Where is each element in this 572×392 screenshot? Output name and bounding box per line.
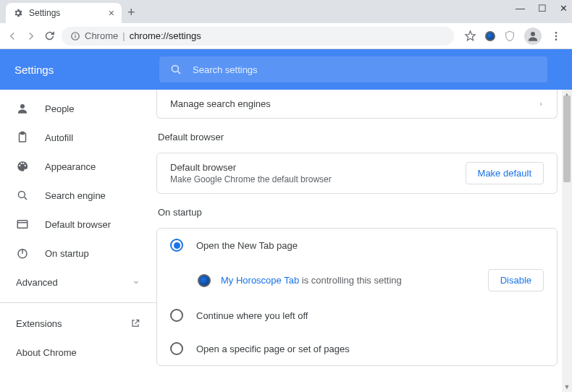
- shield-icon[interactable]: [504, 30, 516, 42]
- sidebar-item-label: Default browser: [45, 219, 111, 230]
- radio-continue[interactable]: Continue where you left off: [157, 299, 557, 332]
- sidebar-item-label: On startup: [45, 248, 89, 259]
- browser-titlebar: Settings × + — ☐ ✕: [0, 0, 572, 23]
- forward-button[interactable]: [25, 30, 38, 43]
- palette-icon: [16, 160, 29, 173]
- svg-point-7: [172, 65, 178, 72]
- svg-point-4: [555, 32, 558, 34]
- sidebar: People Autofill Appearance Search engine…: [0, 90, 156, 392]
- settings-content: Manage search engines Default browser De…: [156, 90, 572, 392]
- extension-badge-icon: [198, 274, 211, 287]
- page-title: Settings: [14, 64, 145, 76]
- sidebar-item-on-startup[interactable]: On startup: [0, 239, 151, 268]
- sidebar-divider: [0, 302, 156, 303]
- svg-point-3: [531, 32, 535, 36]
- sidebar-item-people[interactable]: People: [0, 94, 151, 123]
- sidebar-item-label: Search engine: [45, 190, 106, 201]
- back-button[interactable]: [6, 30, 19, 43]
- sidebar-item-about[interactable]: About Chrome: [0, 338, 156, 367]
- minimize-button[interactable]: —: [516, 3, 525, 14]
- close-window-button[interactable]: ✕: [560, 3, 568, 14]
- person-icon: [16, 102, 29, 115]
- sidebar-item-label: Extensions: [16, 318, 62, 329]
- sidebar-advanced-toggle[interactable]: Advanced: [0, 268, 156, 297]
- url-scheme: Chrome: [85, 30, 118, 41]
- radio-label: Open a specific page or set of pages: [196, 344, 350, 354]
- sidebar-item-label: About Chrome: [16, 347, 77, 358]
- startup-card: Open the New Tab page My Horoscope Tab i…: [156, 228, 558, 366]
- chevron-right-icon: [538, 100, 544, 108]
- close-tab-icon[interactable]: ×: [109, 7, 114, 19]
- svg-rect-1: [75, 35, 75, 38]
- star-icon[interactable]: [464, 30, 476, 42]
- radio-specific-page[interactable]: Open a specific page or set of pages: [157, 332, 557, 365]
- manage-search-card[interactable]: Manage search engines: [156, 90, 558, 119]
- svg-point-5: [555, 35, 558, 37]
- sidebar-item-appearance[interactable]: Appearance: [0, 152, 151, 181]
- svg-point-8: [20, 104, 25, 108]
- radio-unselected-icon: [170, 309, 183, 322]
- svg-rect-12: [17, 221, 28, 229]
- make-default-button[interactable]: Make default: [466, 162, 544, 184]
- main-area: People Autofill Appearance Search engine…: [0, 90, 572, 392]
- profile-avatar[interactable]: [524, 27, 542, 45]
- default-browser-section-title: Default browser: [158, 132, 558, 142]
- tab-title: Settings: [29, 8, 60, 18]
- search-icon: [169, 63, 182, 76]
- radio-unselected-icon: [170, 342, 183, 355]
- reload-button[interactable]: [43, 30, 56, 42]
- maximize-button[interactable]: ☐: [538, 3, 547, 14]
- url-separator: |: [122, 30, 125, 41]
- radio-label: Continue where you left off: [196, 310, 308, 321]
- address-bar: Chrome | chrome://settings: [0, 23, 572, 49]
- sidebar-item-autofill[interactable]: Autofill: [0, 123, 151, 152]
- search-settings-input[interactable]: Search settings: [159, 56, 547, 82]
- clipboard-icon: [16, 131, 29, 144]
- url-input[interactable]: Chrome | chrome://settings: [62, 27, 454, 46]
- sidebar-advanced-label: Advanced: [16, 277, 58, 288]
- browser-icon: [16, 218, 29, 231]
- power-icon: [16, 247, 29, 260]
- browser-tab-settings[interactable]: Settings ×: [6, 3, 122, 23]
- window-controls: — ☐ ✕: [516, 3, 568, 14]
- extension-badge-icon[interactable]: [485, 31, 495, 41]
- extension-controlling-notice: My Horoscope Tab is controlling this set…: [157, 262, 557, 299]
- chevron-down-icon: [132, 278, 140, 286]
- scrollbar-thumb[interactable]: [563, 95, 571, 182]
- radio-selected-icon: [170, 239, 183, 252]
- default-browser-sub: Make Google Chrome the default browser: [170, 174, 332, 184]
- radio-label: Open the New Tab page: [196, 240, 298, 251]
- url-path: chrome://settings: [130, 30, 201, 41]
- svg-rect-10: [21, 132, 25, 135]
- radio-new-tab[interactable]: Open the New Tab page: [157, 229, 557, 262]
- extension-notice-text: My Horoscope Tab is controlling this set…: [221, 275, 402, 286]
- scroll-down-icon[interactable]: ▼: [562, 382, 572, 392]
- settings-header: Settings Search settings: [0, 49, 572, 90]
- gear-icon: [13, 8, 23, 18]
- sidebar-item-label: Appearance: [45, 161, 96, 172]
- sidebar-item-search-engine[interactable]: Search engine: [0, 181, 151, 210]
- disable-button[interactable]: Disable: [488, 269, 544, 291]
- default-browser-card: Default browser Make Google Chrome the d…: [156, 153, 558, 194]
- sidebar-item-default-browser[interactable]: Default browser: [0, 210, 151, 239]
- search-icon: [16, 189, 29, 202]
- default-browser-title: Default browser: [170, 162, 332, 173]
- extension-name-link[interactable]: My Horoscope Tab: [221, 275, 299, 286]
- search-placeholder: Search settings: [193, 64, 258, 75]
- svg-point-6: [555, 38, 558, 41]
- scrollbar[interactable]: ▲ ▼: [562, 90, 572, 392]
- advanced-footer-toggle[interactable]: Advanced: [156, 379, 558, 392]
- sidebar-item-label: Autofill: [45, 132, 73, 143]
- sidebar-item-label: People: [45, 103, 74, 114]
- sidebar-item-extensions[interactable]: Extensions: [0, 309, 156, 338]
- external-link-icon: [130, 318, 140, 328]
- svg-point-11: [18, 191, 25, 197]
- manage-search-label: Manage search engines: [170, 98, 271, 109]
- new-tab-button[interactable]: +: [127, 5, 135, 20]
- svg-rect-2: [75, 33, 75, 34]
- info-icon: [70, 31, 80, 41]
- menu-icon[interactable]: [550, 30, 562, 42]
- startup-section-title: On startup: [158, 207, 558, 218]
